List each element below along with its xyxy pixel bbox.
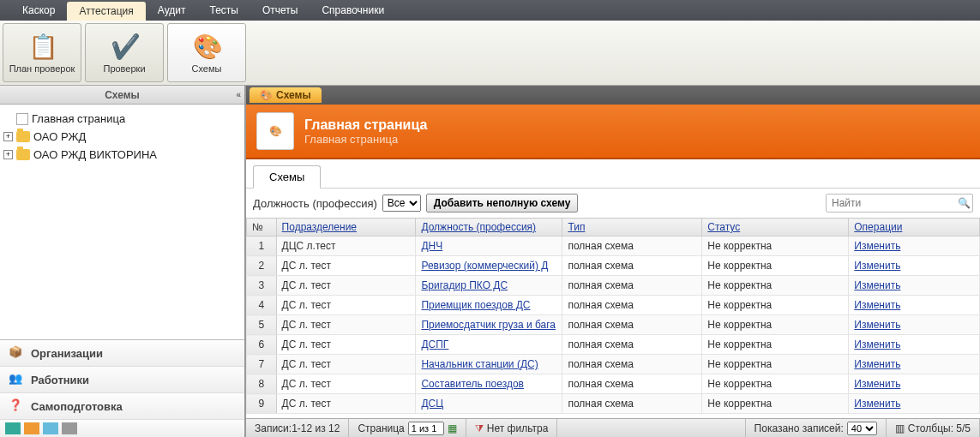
expand-toggle[interactable]: + bbox=[3, 132, 13, 141]
nav-Самоподготовка[interactable]: ❓Самоподготовка bbox=[0, 393, 244, 420]
cell-pos: Приемщик поездов ДС bbox=[416, 296, 562, 315]
cell-pos: ДНЧ bbox=[416, 236, 562, 256]
nav-Работники[interactable]: 👥Работники bbox=[0, 367, 244, 393]
mini-icon[interactable] bbox=[62, 422, 77, 434]
status-filter[interactable]: ⧩ Нет фильтра bbox=[466, 419, 558, 437]
col-4[interactable]: Статус bbox=[702, 218, 849, 236]
row-num: 9 bbox=[247, 394, 277, 414]
row-num: 7 bbox=[247, 355, 277, 374]
status-page: Страница ▦ bbox=[349, 419, 466, 437]
position-link[interactable]: ДСЦ bbox=[421, 398, 443, 410]
position-link[interactable]: ДНЧ bbox=[421, 240, 442, 252]
tree-item-2[interactable]: +ОАО РЖД ВИКТОРИНА bbox=[3, 146, 241, 164]
col-3[interactable]: Тип bbox=[562, 218, 702, 236]
edit-link[interactable]: Изменить bbox=[854, 398, 900, 410]
add-scheme-button[interactable]: Добавить неполную схему bbox=[426, 194, 579, 213]
col-5[interactable]: Операции bbox=[849, 218, 980, 236]
row-num: 1 bbox=[247, 236, 277, 256]
table-row: 8ДС л. тестСоставитель поездовполная схе… bbox=[247, 374, 980, 394]
search-icon[interactable]: 🔍 bbox=[955, 197, 972, 209]
status-cols[interactable]: ▥ Столбцы: 5/5 bbox=[887, 419, 980, 437]
edit-link[interactable]: Изменить bbox=[854, 338, 900, 350]
ribbon-Проверки[interactable]: ✔️Проверки bbox=[85, 23, 164, 82]
edit-link[interactable]: Изменить bbox=[854, 378, 900, 390]
cell-pos: ДСЦ bbox=[416, 394, 562, 414]
col-1[interactable]: Подразделение bbox=[276, 218, 416, 236]
edit-link[interactable]: Изменить bbox=[854, 299, 900, 311]
position-link[interactable]: Бригадир ПКО ДС bbox=[421, 279, 508, 291]
mini-icon[interactable] bbox=[24, 422, 39, 434]
top-tab-0[interactable]: Каскор bbox=[10, 0, 67, 21]
cell-dept: ДС л. тест bbox=[276, 355, 416, 374]
position-link[interactable]: ДСПГ bbox=[421, 338, 448, 350]
filter-select[interactable]: Все bbox=[382, 195, 421, 212]
cell-op: Изменить bbox=[849, 276, 980, 296]
nav-Организации[interactable]: 📦Организации bbox=[0, 340, 244, 367]
tree-item-0[interactable]: Главная страница bbox=[3, 110, 241, 128]
ribbon-icon: 🎨 bbox=[193, 33, 220, 60]
status-bar: Записи:1-12 из 12 Страница ▦ ⧩ Нет фильт… bbox=[246, 418, 980, 437]
top-tab-1[interactable]: Аттестация bbox=[67, 2, 145, 21]
cell-dept: ДС л. тест bbox=[276, 335, 416, 355]
top-menu: КаскорАттестацияАудитТестыОтчетыСправочн… bbox=[0, 0, 980, 21]
row-num: 4 bbox=[247, 296, 277, 315]
row-num: 3 bbox=[247, 276, 277, 296]
top-tab-5[interactable]: Справочники bbox=[310, 0, 396, 21]
main-tab[interactable]: 🎨 Схемы bbox=[250, 87, 322, 103]
position-link[interactable]: Приемщик поездов ДС bbox=[421, 299, 530, 311]
cell-pos: Составитель поездов bbox=[416, 374, 562, 394]
excel-icon[interactable]: ▦ bbox=[448, 422, 457, 434]
data-table: №ПодразделениеДолжность (профессия)ТипСт… bbox=[246, 218, 980, 414]
cell-dept: ДС л. тест bbox=[276, 296, 416, 315]
folder-icon bbox=[16, 149, 30, 160]
top-tab-3[interactable]: Тесты bbox=[197, 0, 250, 21]
edit-link[interactable]: Изменить bbox=[854, 240, 900, 252]
cell-pos: ДСПГ bbox=[416, 335, 562, 355]
cell-status: Не корректна bbox=[702, 256, 849, 276]
ribbon-Схемы[interactable]: 🎨Схемы bbox=[167, 23, 246, 82]
top-tab-2[interactable]: Аудит bbox=[146, 0, 198, 21]
ribbon-icon: ✔️ bbox=[111, 33, 138, 60]
mini-icon[interactable] bbox=[43, 422, 58, 434]
cell-pos: Приемосдатчик груза и бага bbox=[416, 315, 562, 335]
page-input[interactable] bbox=[408, 422, 444, 435]
cell-status: Не корректна bbox=[702, 335, 849, 355]
col-2[interactable]: Должность (профессия) bbox=[416, 218, 562, 236]
cell-type: полная схема bbox=[562, 394, 702, 414]
search-input[interactable] bbox=[827, 195, 955, 212]
table-row: 6ДС л. тестДСПГполная схемаНе корректнаИ… bbox=[247, 335, 980, 355]
table-body: 1ДЦС л.тестДНЧполная схемаНе корректнаИз… bbox=[247, 236, 980, 414]
ribbon-План проверок[interactable]: 📋План проверок bbox=[3, 23, 81, 82]
cell-status: Не корректна bbox=[702, 315, 849, 335]
tree-item-1[interactable]: +ОАО РЖД bbox=[3, 128, 241, 146]
position-link[interactable]: Ревизор (коммерческий) Д bbox=[421, 260, 548, 272]
position-link[interactable]: Составитель поездов bbox=[421, 378, 524, 390]
expand-toggle[interactable]: + bbox=[3, 150, 13, 159]
cell-dept: ДС л. тест bbox=[276, 394, 416, 414]
edit-link[interactable]: Изменить bbox=[854, 358, 900, 370]
collapse-icon[interactable]: « bbox=[236, 90, 241, 99]
sidebar-header: Схемы « bbox=[0, 86, 244, 105]
page-size-select[interactable]: 40 bbox=[847, 422, 877, 435]
edit-link[interactable]: Изменить bbox=[854, 279, 900, 291]
position-link[interactable]: Начальник станции (ДС) bbox=[421, 358, 538, 370]
position-link[interactable]: Приемосдатчик груза и бага bbox=[421, 319, 556, 331]
cell-op: Изменить bbox=[849, 355, 980, 374]
col-0[interactable]: № bbox=[247, 218, 277, 236]
cell-type: полная схема bbox=[562, 276, 702, 296]
cell-dept: ДЦС л.тест bbox=[276, 236, 416, 256]
mini-icon[interactable] bbox=[5, 422, 21, 434]
sidebar-nav: 📦Организации👥Работники❓Самоподготовка bbox=[0, 339, 244, 437]
edit-link[interactable]: Изменить bbox=[854, 260, 900, 272]
folder-icon bbox=[16, 131, 30, 142]
columns-icon: ▥ bbox=[895, 422, 905, 434]
cell-type: полная схема bbox=[562, 355, 702, 374]
table-row: 9ДС л. тестДСЦполная схемаНе корректнаИз… bbox=[247, 394, 980, 414]
content-tabs: Схемы bbox=[246, 159, 980, 189]
edit-link[interactable]: Изменить bbox=[854, 319, 900, 331]
top-tab-4[interactable]: Отчеты bbox=[250, 0, 310, 21]
sidebar-title: Схемы bbox=[105, 89, 140, 101]
cell-type: полная схема bbox=[562, 296, 702, 315]
header-row: №ПодразделениеДолжность (профессия)ТипСт… bbox=[247, 218, 980, 236]
content-tab[interactable]: Схемы bbox=[253, 165, 321, 189]
